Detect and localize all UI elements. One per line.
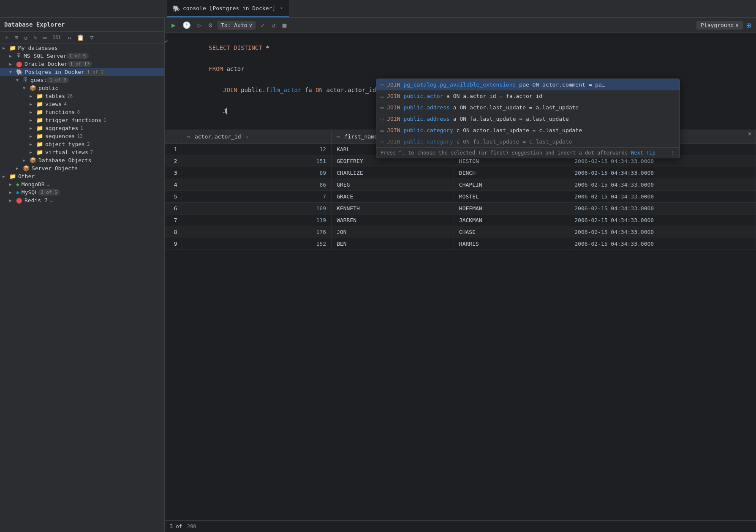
- server-objects-icon: 📦: [23, 165, 30, 171]
- tree-item-tables[interactable]: ▶ 📁 tables 26: [0, 92, 164, 100]
- cell-first-name-7: WARREN: [332, 214, 454, 226]
- console-tab[interactable]: 🐘 console [Postgres in Docker] ×: [167, 0, 289, 17]
- add-connection-btn[interactable]: +: [3, 33, 10, 42]
- tree-item-mysql[interactable]: ▶ ✱ MySQL 3 of 5: [0, 188, 164, 196]
- sidebar-tree: ▶ 📁 My databases ▶ 🗄 MS SQL Server 1 of …: [0, 44, 164, 532]
- tree-item-trigger-functions[interactable]: ▶ 📁 trigger functions 1: [0, 116, 164, 124]
- cell-last-update-5: 2006-02-15 04:34:33.0000: [569, 191, 756, 203]
- table-row: 3 89 CHARLIZE DENCH 2006-02-15 04:34:33.…: [165, 167, 756, 179]
- cell-actor-id-6: 169: [182, 203, 332, 214]
- tab-close-icon[interactable]: ×: [280, 5, 283, 11]
- ac-item-1[interactable]: ▭ JOIN pg_catalog.pg_available_extension…: [376, 79, 680, 90]
- tree-item-server-objects[interactable]: ▶ 📦 Server Objects: [0, 164, 164, 172]
- results-close-button[interactable]: ×: [748, 130, 752, 138]
- hint-text: Press ^. to choose the selected (or firs…: [381, 150, 628, 156]
- ac-rest-4: a ON fa.last_update = a.last_update: [450, 116, 569, 122]
- tree-item-my-databases[interactable]: ▶ 📁 My databases: [0, 44, 164, 52]
- row-num-5: 5: [165, 191, 182, 203]
- ac-text-1: JOIN pg_catalog.pg_available_extensions …: [387, 81, 605, 88]
- tree-item-functions[interactable]: ▶ 📁 functions 8: [0, 108, 164, 116]
- tree-item-redis[interactable]: ▶ ⬤ Redis 7 …: [0, 196, 164, 204]
- ac-ident-2: public.actor: [403, 93, 443, 99]
- sidebar: Database Explorer + ⊞ ↺ ✎ ▭ DDL ↔ 📋 ▽ ▶ …: [0, 18, 165, 532]
- tree-item-guest[interactable]: ▼ 🗄 guest 1 of 3: [0, 76, 164, 84]
- cell-first-name-5: GRACE: [332, 191, 454, 203]
- ac-item-6[interactable]: ▭ JOIN public.category c ON fa.last_upda…: [376, 136, 680, 147]
- tree-item-virtual-views[interactable]: ▶ 📁 virtual views 7: [0, 148, 164, 156]
- ac-item-4[interactable]: ▭ JOIN public.address a ON fa.last_updat…: [376, 113, 680, 125]
- results-area: × ▭ actor.actor_id ⇕ ▭: [165, 126, 756, 532]
- ac-item-2[interactable]: ▭ JOIN public.actor a ON a.actor_id = fa…: [376, 90, 680, 102]
- playground-dropdown[interactable]: Playground ∨: [696, 21, 743, 30]
- badge-views: 4: [64, 101, 67, 107]
- jump-btn[interactable]: ↔: [66, 33, 73, 42]
- tree-item-object-types[interactable]: ▶ 📁 object types 2: [0, 140, 164, 148]
- commit-button[interactable]: ✓: [259, 20, 267, 30]
- other-icon: 📁: [9, 173, 16, 179]
- schema-btn[interactable]: ⊞: [13, 33, 19, 42]
- tree-item-mssql[interactable]: ▶ 🗄 MS SQL Server 1 of 5: [0, 52, 164, 60]
- label-virtual-views: virtual views: [45, 149, 88, 155]
- tree-item-sequences[interactable]: ▶ 📁 sequences 13: [0, 132, 164, 140]
- filter-btn[interactable]: ▽: [88, 33, 95, 42]
- tree-item-aggregates[interactable]: ▶ 📁 aggregates 1: [0, 124, 164, 132]
- chevron-other: ▶: [3, 174, 8, 179]
- refresh-btn[interactable]: ↺: [22, 33, 29, 42]
- cell-last-name-7: JACKMAN: [454, 214, 569, 226]
- tree-item-public[interactable]: ▼ 📦 public: [0, 84, 164, 92]
- tree-item-other[interactable]: ▶ 📁 Other: [0, 172, 164, 180]
- label-my-databases: My databases: [18, 45, 58, 51]
- script-btn[interactable]: 📋: [75, 33, 86, 42]
- tree-item-mongodb[interactable]: ▶ ◆ MongoDB …: [0, 180, 164, 188]
- th-actor-id[interactable]: ▭ actor.actor_id ⇕: [182, 130, 332, 144]
- ident-film-actor: film_actor: [266, 87, 301, 93]
- console-btn[interactable]: ▭: [41, 33, 48, 42]
- cell-last-name-4: CHAPLIN: [454, 179, 569, 191]
- autocomplete-popup: ▭ JOIN pg_catalog.pg_available_extension…: [376, 79, 680, 158]
- tree-item-views[interactable]: ▶ 📁 views 4: [0, 100, 164, 108]
- cell-actor-id-2: 151: [182, 155, 332, 167]
- autocomplete-hint: Press ^. to choose the selected (or firs…: [376, 147, 680, 158]
- ddl-btn[interactable]: DDL: [51, 34, 63, 41]
- ac-more-icon[interactable]: ⋮: [670, 150, 675, 156]
- kw-select: SELECT DISTINCT: [209, 44, 262, 51]
- badge-sequences: 13: [77, 133, 82, 139]
- row-num-6: 6: [165, 203, 182, 214]
- edit-btn[interactable]: ✎: [32, 33, 38, 42]
- db-objects-icon: 📦: [30, 157, 36, 163]
- badge-trigger-functions: 1: [103, 117, 106, 123]
- tab-bar: 🐘 console [Postgres in Docker] ×: [0, 0, 756, 18]
- chevron-mssql: ▶: [9, 54, 14, 58]
- cell-last-name-6: HOFFMAN: [454, 203, 569, 214]
- tree-item-postgres[interactable]: ▼ 🐘 Postgres in Docker 1 of 2: [0, 68, 164, 76]
- row-num-4: 4: [165, 179, 182, 191]
- ac-item-3[interactable]: ▭ JOIN public.address a ON actor.last_up…: [376, 102, 680, 113]
- ac-rest-6: c ON fa.last_update = c.last_update: [453, 138, 572, 145]
- cell-first-name-8: JON: [332, 226, 454, 238]
- undo-button[interactable]: ↺: [270, 20, 277, 30]
- label-mssql: MS SQL Server: [24, 53, 67, 59]
- settings-button[interactable]: ⚙: [207, 20, 214, 30]
- tx-label: Tx: Auto: [221, 22, 247, 28]
- ac-item-5[interactable]: ▭ JOIN public.category c ON actor.last_u…: [376, 125, 680, 136]
- results-table[interactable]: ▭ actor.actor_id ⇕ ▭ first_name ⇕ ▭: [165, 130, 756, 520]
- kw-from: FROM: [209, 65, 223, 72]
- chevron-sequences: ▶: [30, 134, 35, 138]
- cell-last-name-5: MOSTEL: [454, 191, 569, 203]
- status-bar: 3 of 200: [165, 520, 756, 532]
- stop-button[interactable]: ■: [281, 20, 288, 30]
- grid-view-button[interactable]: ⊞: [746, 21, 751, 30]
- ac-ident-5: public.category: [403, 127, 453, 133]
- tx-dropdown[interactable]: Tx: Auto ∨: [218, 21, 256, 30]
- sort-icon-actor-id[interactable]: ⇕: [246, 135, 248, 139]
- chevron-db-objects: ▶: [23, 158, 28, 163]
- history-button[interactable]: 🕐: [181, 20, 193, 30]
- editor-area[interactable]: ✓ SELECT DISTINCT * FROM actor JOIN publ…: [165, 33, 756, 126]
- tree-item-db-objects[interactable]: ▶ 📦 Database Objects: [0, 156, 164, 164]
- tree-item-oracle[interactable]: ▶ ⬤ Oracle Docker 1 of 17: [0, 60, 164, 68]
- cell-actor-id-9: 152: [182, 238, 332, 250]
- label-object-types: object types: [45, 141, 85, 147]
- run-all-button[interactable]: ▷: [196, 20, 204, 30]
- next-tip-button[interactable]: Next Tip: [631, 150, 655, 156]
- run-button[interactable]: ▶: [170, 20, 177, 30]
